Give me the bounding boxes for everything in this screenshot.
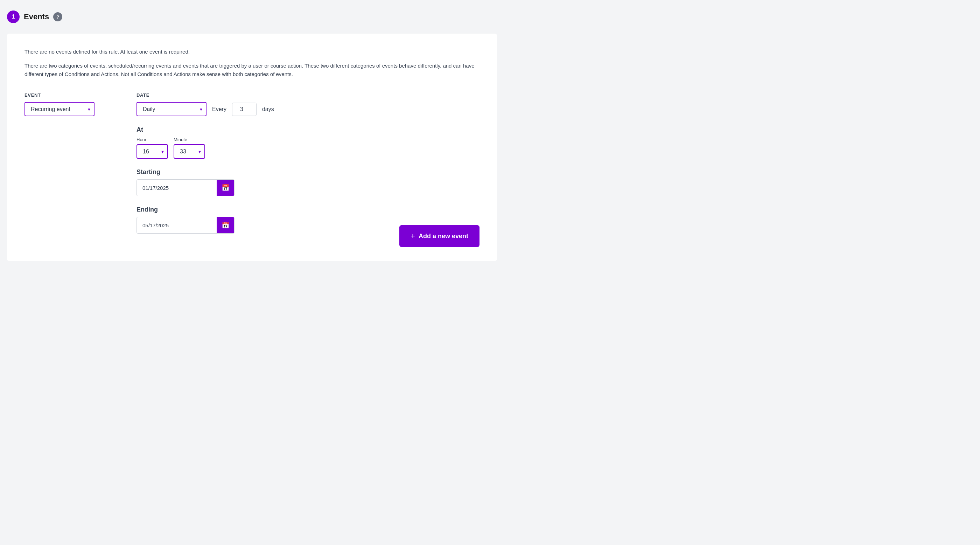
starting-date-input[interactable] [137, 181, 216, 195]
frequency-row: Daily Weekly Monthly ▾ Every days [137, 102, 479, 116]
calendar-icon-2: 📅 [221, 222, 229, 229]
time-row: Hour 16 ▾ Minute 33 [137, 137, 479, 159]
add-event-label: Add a new event [418, 233, 468, 240]
minute-label: Minute [173, 137, 205, 142]
page-container: 1 Events ? There are no events defined f… [7, 7, 497, 261]
info-line1: There are no events defined for this rul… [24, 48, 479, 56]
at-label: At [137, 126, 479, 134]
add-event-button[interactable]: + Add a new event [399, 225, 479, 247]
minute-select-wrapper: 33 ▾ [173, 144, 205, 159]
frequency-select[interactable]: Daily Weekly Monthly [137, 102, 207, 116]
starting-date-wrapper: 📅 [137, 179, 234, 196]
plus-icon: + [410, 231, 415, 241]
event-select[interactable]: Recurring event Scheduled event User act… [24, 102, 94, 116]
frequency-select-wrapper: Daily Weekly Monthly ▾ [137, 102, 207, 116]
ending-date-input[interactable] [137, 218, 216, 233]
ending-calendar-button[interactable]: 📅 [216, 217, 234, 233]
minute-field: Minute 33 ▾ [173, 137, 205, 159]
date-label: DATE [137, 92, 479, 98]
section-title: Events [24, 12, 49, 21]
section-header: 1 Events ? [7, 7, 497, 27]
hour-select[interactable]: 16 [137, 144, 168, 159]
event-label: EVENT [24, 92, 108, 98]
freq-select-outer: Daily Weekly Monthly ▾ [137, 102, 207, 116]
form-section: EVENT Recurring event Scheduled event Us… [24, 92, 479, 244]
date-column: DATE Daily Weekly Monthly ▾ Eve [137, 92, 479, 244]
help-icon[interactable]: ? [53, 12, 62, 21]
hour-label: Hour [137, 137, 168, 142]
info-line2: There are two categories of events, sche… [24, 62, 479, 78]
event-select-wrapper: Recurring event Scheduled event User act… [24, 102, 94, 116]
event-column: EVENT Recurring event Scheduled event Us… [24, 92, 108, 116]
every-label: Every [212, 106, 226, 112]
step-badge: 1 [7, 11, 20, 23]
calendar-icon: 📅 [221, 184, 229, 191]
starting-label: Starting [137, 169, 479, 176]
starting-calendar-button[interactable]: 📅 [216, 180, 234, 196]
ending-label: Ending [137, 206, 479, 213]
content-card: There are no events defined for this rul… [7, 33, 497, 261]
every-number-input[interactable] [232, 103, 256, 116]
ending-date-wrapper: 📅 [137, 217, 234, 234]
hour-select-wrapper: 16 ▾ [137, 144, 168, 159]
minute-select[interactable]: 33 [173, 144, 205, 159]
hour-field: Hour 16 ▾ [137, 137, 168, 159]
days-label: days [262, 106, 274, 112]
